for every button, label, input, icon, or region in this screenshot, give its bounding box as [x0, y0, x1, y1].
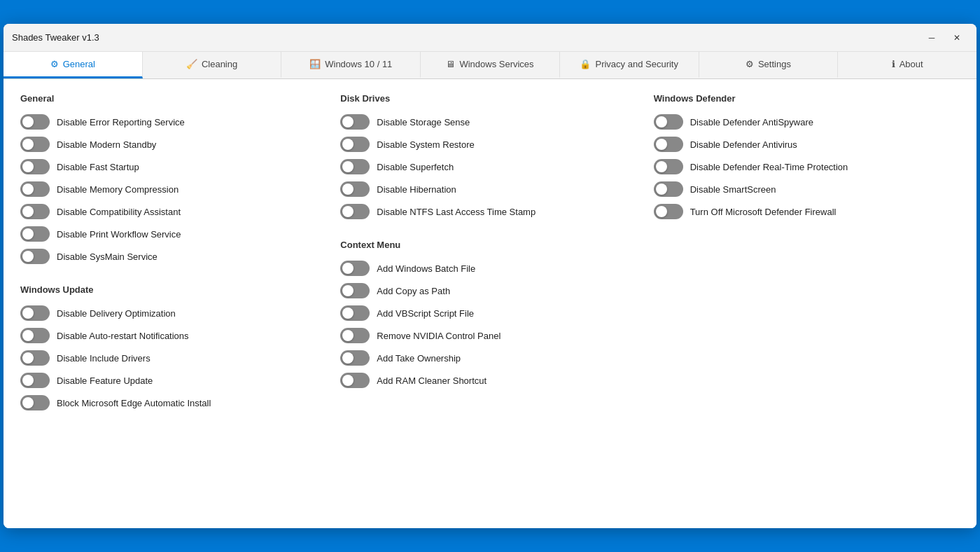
toggle-label: Disable Memory Compression	[57, 184, 178, 195]
toggle-switch[interactable]	[340, 114, 370, 130]
toggle-switch[interactable]	[340, 159, 370, 174]
tab-privacy-security[interactable]: 🔒 Privacy and Security	[560, 52, 699, 78]
toggle-switch[interactable]	[20, 350, 50, 366]
context-menu-items: Add Windows Batch FileAdd Copy as PathAd…	[340, 257, 632, 392]
toggle-row: Add Copy as Path	[340, 280, 632, 302]
toggle-switch[interactable]	[340, 283, 370, 298]
toggle-row: Add Take Ownership	[340, 347, 632, 369]
windows-update-section-title: Windows Update	[20, 284, 319, 295]
toggle-label: Disable Storage Sense	[377, 117, 470, 127]
toggle-label: Disable Feature Update	[57, 375, 153, 386]
toggle-label: Add Copy as Path	[377, 286, 450, 296]
toggle-switch[interactable]	[340, 204, 370, 219]
windows-defender-section-title: Windows Defender	[654, 93, 946, 104]
toggle-row: Add RAM Cleaner Shortcut	[340, 369, 632, 392]
toggle-switch[interactable]	[20, 328, 50, 343]
toggle-row: Add Windows Batch File	[340, 257, 632, 280]
windows-defender-items: Disable Defender AntiSpywareDisable Defe…	[654, 111, 946, 223]
toggle-row: Disable Modern Standby	[20, 133, 319, 156]
toggle-thumb	[22, 352, 34, 364]
tab-settings[interactable]: ⚙ Settings	[699, 52, 839, 78]
toggle-thumb	[656, 161, 667, 172]
disk-drives-section: Disk Drives Disable Storage SenseDisable…	[340, 90, 646, 223]
toggle-label: Remove NVIDIA Control Panel	[377, 331, 500, 341]
settings-icon: ⚙	[746, 59, 754, 69]
toggle-thumb	[656, 184, 667, 195]
close-button[interactable]: ✕	[946, 29, 968, 46]
toggle-label: Add Windows Batch File	[377, 263, 475, 274]
toggle-row: Disable Defender AntiSpyware	[654, 111, 946, 133]
toggle-label: Disable Include Drivers	[57, 353, 150, 364]
toggle-label: Disable Defender Real-Time Protection	[690, 162, 848, 172]
toggle-thumb	[22, 228, 34, 240]
toggle-thumb	[22, 330, 34, 341]
toggle-row: Disable SysMain Service	[20, 245, 319, 268]
toggle-label: Disable Delivery Optimization	[57, 308, 176, 319]
general-section: General Disable Error Reporting ServiceD…	[20, 90, 333, 268]
toggle-switch[interactable]	[20, 226, 50, 242]
titlebar: Shades Tweaker v1.3 ─ ✕	[4, 24, 976, 52]
toggle-label: Disable Defender AntiSpyware	[690, 117, 813, 127]
toggle-switch[interactable]	[654, 159, 683, 174]
toggle-switch[interactable]	[340, 261, 370, 276]
toggle-switch[interactable]	[340, 350, 370, 366]
toggle-row: Disable Storage Sense	[340, 111, 632, 133]
toggle-switch[interactable]	[20, 395, 50, 410]
toggle-switch[interactable]	[654, 137, 683, 152]
windows-update-items: Disable Delivery OptimizationDisable Aut…	[20, 302, 319, 414]
toggle-switch[interactable]	[20, 114, 50, 130]
toggle-switch[interactable]	[340, 305, 370, 321]
app-title: Shades Tweaker v1.3	[12, 32, 99, 43]
toggle-label: Add RAM Cleaner Shortcut	[377, 375, 486, 386]
toggle-label: Disable SmartScreen	[690, 184, 776, 195]
toggle-row: Disable SmartScreen	[654, 178, 946, 200]
toggle-thumb	[22, 375, 34, 386]
context-menu-section-title: Context Menu	[340, 240, 632, 250]
toggle-row: Disable Superfetch	[340, 156, 632, 178]
minimize-button[interactable]: ─	[920, 29, 943, 46]
toggle-switch[interactable]	[340, 181, 370, 197]
right-column: Windows Defender Disable Defender AntiSp…	[647, 90, 960, 414]
toggle-switch[interactable]	[20, 249, 50, 264]
windows-update-section: Windows Update Disable Delivery Optimiza…	[20, 282, 333, 414]
toggle-thumb	[22, 161, 34, 172]
toggle-switch[interactable]	[20, 159, 50, 174]
toggle-switch[interactable]	[20, 305, 50, 321]
toggle-switch[interactable]	[654, 181, 683, 197]
app-window: Shades Tweaker v1.3 ─ ✕ ⚙ General 🧹 Clea…	[4, 24, 976, 528]
toggle-switch[interactable]	[654, 204, 683, 219]
toggle-switch[interactable]	[654, 114, 683, 130]
toggle-switch[interactable]	[340, 137, 370, 152]
toggle-label: Disable SysMain Service	[57, 251, 158, 262]
tab-general[interactable]: ⚙ General	[4, 52, 143, 78]
toggle-thumb	[22, 139, 34, 150]
toggle-row: Disable Fast Startup	[20, 156, 319, 178]
toggle-thumb	[22, 308, 34, 319]
toggle-thumb	[22, 184, 34, 195]
toggle-row: Block Microsoft Edge Automatic Install	[20, 392, 319, 414]
toggle-switch[interactable]	[20, 204, 50, 219]
toggle-row: Add VBScript Script File	[340, 302, 632, 324]
toggle-row: Disable Auto-restart Notifications	[20, 324, 319, 347]
toggle-switch[interactable]	[20, 373, 50, 388]
toggle-thumb	[656, 206, 667, 217]
toggle-switch[interactable]	[20, 137, 50, 152]
about-icon: ℹ	[892, 59, 895, 69]
tab-windows-services[interactable]: 🖥 Windows Services	[421, 52, 560, 78]
general-icon: ⚙	[50, 59, 59, 69]
general-items: Disable Error Reporting ServiceDisable M…	[20, 111, 319, 268]
windows-defender-section: Windows Defender Disable Defender AntiSp…	[654, 90, 960, 223]
tab-about[interactable]: ℹ About	[838, 52, 976, 78]
toggle-switch[interactable]	[20, 181, 50, 197]
toggle-label: Disable Superfetch	[377, 162, 454, 172]
tab-windows10[interactable]: 🪟 Windows 10 / 11	[281, 52, 421, 78]
toggle-label: Disable System Restore	[377, 139, 474, 150]
toggle-row: Disable Defender Antivirus	[654, 133, 946, 156]
toggle-switch[interactable]	[340, 373, 370, 388]
tab-cleaning[interactable]: 🧹 Cleaning	[143, 52, 282, 78]
toggle-switch[interactable]	[340, 328, 370, 343]
toggle-thumb	[656, 139, 667, 150]
services-icon: 🖥	[446, 59, 455, 69]
toggle-row: Remove NVIDIA Control Panel	[340, 324, 632, 347]
toggle-row: Disable Error Reporting Service	[20, 111, 319, 133]
